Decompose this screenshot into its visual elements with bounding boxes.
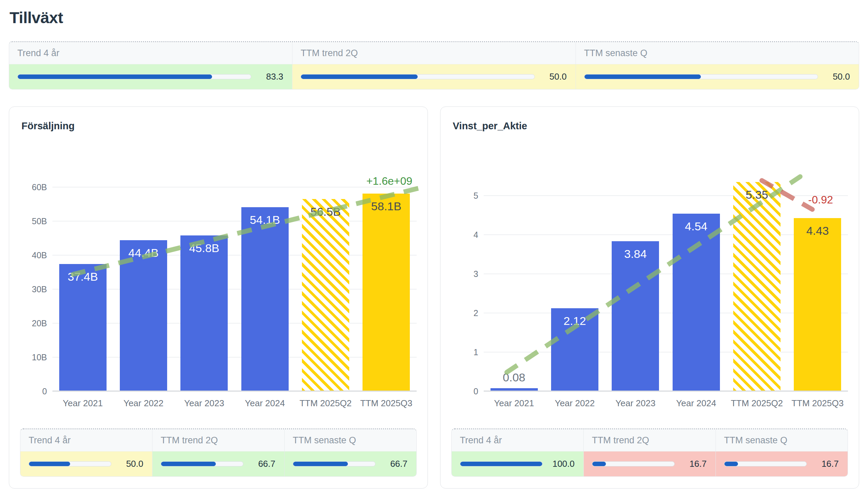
metric-label: TTM trend 2Q bbox=[292, 42, 575, 64]
metric-value-row: 100.0 bbox=[452, 451, 583, 476]
bar-ttm-2025q2[interactable]: 5.35 bbox=[733, 182, 781, 391]
metric-cell: TTM senaste Q50.0 bbox=[576, 42, 859, 89]
bar-year-2024[interactable]: 54.1B bbox=[241, 207, 289, 391]
x-axis-labels: Year 2021Year 2022Year 2023Year 2024TTM … bbox=[484, 398, 848, 409]
bar-slot: 54.1B bbox=[235, 172, 295, 391]
metric-value-row: 66.7 bbox=[152, 451, 284, 476]
bar-value-label: 2.12 bbox=[541, 314, 609, 328]
y-tick-label: 1 bbox=[473, 347, 478, 357]
progress-track bbox=[584, 74, 818, 79]
progress-fill bbox=[724, 462, 738, 466]
bar-year-2023[interactable]: 3.84 bbox=[612, 241, 659, 391]
bar-slot: 0.08 bbox=[484, 172, 544, 391]
bar-year-2024[interactable]: 4.54 bbox=[673, 214, 720, 391]
chart-plot-area[interactable]: 37.4B44.4B45.8B54.1B56.5B58.1B+1.6e+09 bbox=[52, 172, 417, 391]
metric-value: 16.7 bbox=[814, 459, 839, 469]
y-axis: 012345 bbox=[451, 172, 484, 391]
bar-ttm-2025q2[interactable]: 56.5B bbox=[302, 199, 349, 391]
bar-value-label: 54.1B bbox=[231, 213, 299, 227]
x-tick-label: Year 2024 bbox=[666, 398, 726, 409]
y-tick-label: 3 bbox=[473, 269, 478, 279]
bar-year-2023[interactable]: 45.8B bbox=[180, 235, 228, 391]
bar-value-label: 37.4B bbox=[49, 270, 117, 283]
progress-fill bbox=[592, 462, 606, 466]
progress-track bbox=[17, 74, 251, 79]
metric-value: 16.7 bbox=[682, 459, 707, 469]
metric-value: 83.3 bbox=[259, 71, 283, 82]
metrics-table: Trend 4 år50.0TTM trend 2Q66.7TTM senast… bbox=[20, 428, 417, 477]
metric-label: Trend 4 år bbox=[452, 429, 583, 451]
progress-fill bbox=[301, 75, 418, 79]
y-tick-label: 20B bbox=[32, 318, 47, 328]
metric-value-row: 50.0 bbox=[292, 64, 575, 89]
bar-value-label: 5.35 bbox=[723, 188, 791, 201]
metric-cell: TTM senaste Q66.7 bbox=[284, 429, 416, 476]
metric-cell: TTM senaste Q16.7 bbox=[716, 429, 848, 476]
metric-value: 100.0 bbox=[550, 459, 575, 469]
chart-cards-row: Försäljning 010B20B30B40B50B60B 37.4B44.… bbox=[9, 106, 859, 489]
x-tick-label: Year 2023 bbox=[174, 398, 235, 409]
metric-cell: TTM trend 2Q16.7 bbox=[583, 429, 716, 476]
chart-title: Försäljning bbox=[21, 120, 417, 132]
y-tick-label: 0 bbox=[473, 386, 478, 396]
metric-cell: Trend 4 år50.0 bbox=[20, 429, 152, 476]
bar-value-label: 45.8B bbox=[170, 242, 238, 255]
metric-label: TTM senaste Q bbox=[716, 429, 848, 451]
metric-value: 50.0 bbox=[542, 71, 567, 82]
bar-year-2022[interactable]: 2.12 bbox=[551, 308, 598, 391]
chart-title: Vinst_per_Aktie bbox=[453, 120, 848, 132]
gridline bbox=[484, 391, 848, 392]
trend-annotation: +1.6e+09 bbox=[366, 175, 412, 187]
y-tick-label: 5 bbox=[473, 191, 478, 201]
bar-value-label: 58.1B bbox=[352, 200, 420, 213]
bar-slot: 44.4B bbox=[113, 172, 174, 391]
bar-ttm-2025q3[interactable]: 58.1B bbox=[363, 194, 410, 391]
metric-value-row: 50.0 bbox=[576, 64, 859, 89]
gridline bbox=[52, 391, 417, 392]
x-tick-label: Year 2021 bbox=[52, 398, 113, 409]
x-tick-label: TTM 2025Q2 bbox=[295, 398, 356, 409]
summary-strip: Trend 4 år83.3TTM trend 2Q50.0TTM senast… bbox=[9, 41, 859, 89]
progress-track bbox=[460, 461, 543, 466]
progress-track bbox=[161, 461, 243, 466]
y-tick-label: 40B bbox=[32, 250, 47, 260]
bar-slot: 5.35 bbox=[726, 172, 787, 391]
y-tick-label: 0 bbox=[42, 386, 47, 396]
bar-slot: 2.12 bbox=[544, 172, 605, 391]
y-tick-label: 10B bbox=[32, 352, 47, 362]
y-tick-label: 30B bbox=[32, 284, 47, 294]
metric-value: 66.7 bbox=[251, 459, 275, 469]
metric-label: TTM senaste Q bbox=[285, 429, 416, 451]
progress-fill bbox=[29, 462, 70, 466]
sales-chart-card: Försäljning 010B20B30B40B50B60B 37.4B44.… bbox=[9, 106, 428, 489]
metric-value-row: 83.3 bbox=[9, 64, 292, 89]
page-title: Tillväxt bbox=[10, 8, 859, 27]
progress-track bbox=[724, 461, 807, 466]
metric-cell: TTM trend 2Q66.7 bbox=[152, 429, 284, 476]
bar-ttm-2025q3[interactable]: 4.43 bbox=[794, 218, 841, 391]
chart-plot-area[interactable]: 0.082.123.844.545.354.43-0.92 bbox=[484, 172, 848, 391]
x-tick-label: TTM 2025Q3 bbox=[787, 398, 848, 409]
metric-label: TTM trend 2Q bbox=[152, 429, 284, 451]
x-axis-labels: Year 2021Year 2022Year 2023Year 2024TTM … bbox=[52, 398, 417, 409]
metric-value: 50.0 bbox=[119, 459, 143, 469]
progress-track bbox=[29, 461, 111, 466]
x-tick-label: TTM 2025Q3 bbox=[356, 398, 417, 409]
bar-slot: 37.4B bbox=[52, 172, 113, 391]
metric-label: TTM senaste Q bbox=[576, 42, 859, 64]
metrics-table: Trend 4 år100.0TTM trend 2Q16.7TTM senas… bbox=[451, 428, 848, 477]
metric-label: Trend 4 år bbox=[9, 42, 292, 64]
x-tick-label: Year 2022 bbox=[113, 398, 174, 409]
bar-value-label: 56.5B bbox=[292, 205, 359, 218]
bars-layer: 37.4B44.4B45.8B54.1B56.5B58.1B bbox=[52, 172, 417, 391]
metric-value: 66.7 bbox=[383, 459, 407, 469]
x-tick-label: Year 2023 bbox=[605, 398, 666, 409]
bar-slot: 3.84 bbox=[605, 172, 666, 391]
metric-value: 50.0 bbox=[825, 71, 850, 82]
bar-slot: 58.1B bbox=[356, 172, 417, 391]
bars-layer: 0.082.123.844.545.354.43 bbox=[484, 172, 848, 391]
progress-fill bbox=[460, 462, 542, 466]
bar-year-2021[interactable]: 37.4B bbox=[59, 264, 107, 391]
bar-year-2022[interactable]: 44.4B bbox=[120, 240, 167, 391]
metric-cell: TTM trend 2Q50.0 bbox=[292, 42, 575, 89]
